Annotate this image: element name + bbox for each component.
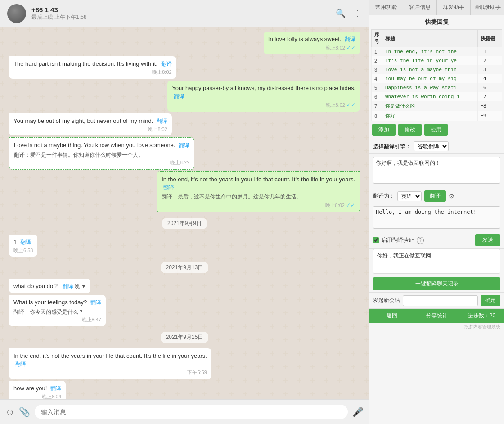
translate-link[interactable]: 翻译	[90, 299, 101, 306]
list-item[interactable]: 5Happiness is a way statiF6	[372, 83, 502, 92]
table-row: 1 翻译 晚上6:58	[9, 235, 360, 257]
tab-common-functions[interactable]: 常用功能	[369, 0, 403, 15]
translate-link[interactable]: 翻译	[63, 283, 73, 289]
right-tabs: 常用功能 客户信息 群发助手 通讯录助手	[369, 0, 504, 15]
translate-link[interactable]: 翻译	[179, 142, 189, 149]
translate-link[interactable]: 翻译	[15, 361, 26, 367]
translate-history-button[interactable]: 一键翻译聊天记录	[373, 277, 500, 290]
message-bubble: In the end, it's not the years in your l…	[9, 348, 212, 379]
table-row: In the end, it's not the years in your l…	[9, 171, 360, 212]
translate-to-row: 翻译为： 英语 中文 日语 翻译 ⚙	[369, 188, 504, 204]
table-row: Love is not a maybe thing. You know when…	[9, 137, 360, 169]
language-select[interactable]: 英语 中文 日语	[397, 191, 422, 201]
share-stats-button[interactable]: 分享统计	[414, 309, 459, 323]
message-input[interactable]	[35, 405, 348, 419]
message-bubble: Your happy passer-by all knows, my distr…	[167, 81, 360, 112]
list-item[interactable]: 2It's the life in your yeF2	[372, 56, 502, 65]
new-chat-input[interactable]	[403, 295, 478, 306]
right-panel: 常用功能 客户信息 群发助手 通讯录助手 快捷回复 序号 标题 快捷键 1In …	[369, 0, 504, 424]
header-info: +86 1 43 最后上线 上午下午1:58	[32, 6, 336, 21]
list-item[interactable]: 8你好F9	[372, 111, 502, 121]
quick-reply-table: 序号 标题 快捷键 1In the end, it's not theF12It…	[371, 29, 502, 121]
col-header-shortcut: 快捷键	[477, 30, 502, 47]
use-button[interactable]: 使用	[424, 124, 448, 136]
table-row: You may be out of my sight, but never ou…	[9, 113, 360, 136]
new-chat-label: 发起新会话	[373, 297, 400, 304]
message-bubble: What is your feelings today? 翻译 翻译：你今天的感…	[9, 295, 106, 326]
watermark: 织梦内容管理系统	[369, 323, 504, 332]
message-bubble: The hard part isn't making the decision.…	[9, 56, 176, 79]
chat-header: +86 1 43 最后上线 上午下午1:58 🔍 ⋮	[0, 0, 369, 27]
date-separator: 2021年9月15日	[9, 332, 360, 343]
header-icons: 🔍 ⋮	[336, 9, 362, 18]
translate-settings-icon[interactable]: ⚙	[449, 193, 454, 200]
translate-link[interactable]: 翻译	[20, 239, 31, 245]
translate-link[interactable]: 翻译	[161, 61, 172, 67]
attachment-icon[interactable]: 📎	[19, 406, 30, 417]
message-bubble: You may be out of my sight, but never ou…	[9, 113, 172, 136]
send-button[interactable]: 发送	[475, 234, 500, 246]
check-icon: ✓✓	[346, 202, 355, 209]
message-bubble: what do you do？ 翻译 晚 ▼	[9, 279, 90, 293]
list-item[interactable]: 1In the end, it's not theF1	[372, 47, 502, 56]
back-button[interactable]: 返回	[369, 309, 414, 323]
check-icon: ✓✓	[346, 101, 356, 109]
list-item[interactable]: 7你是做什么的F8	[372, 101, 502, 111]
quick-reply-section: 序号 标题 快捷键 1In the end, it's not theF12It…	[369, 29, 504, 121]
source-text-area: 你好啊，我是做互联网的！	[369, 154, 504, 188]
microphone-icon[interactable]: 🎤	[352, 406, 364, 417]
contact-name: +86 1 43	[32, 6, 336, 14]
tab-bulk-send[interactable]: 群发助手	[437, 0, 471, 15]
translate-engine-row: 选择翻译引擎： 谷歌翻译 百度翻译 有道翻译	[369, 139, 504, 154]
list-item[interactable]: 4You may be out of my sigF4	[372, 74, 502, 83]
list-item[interactable]: 6Whatever is worth doing iF7	[372, 92, 502, 101]
translate-to-label: 翻译为：	[373, 192, 395, 200]
search-icon[interactable]: 🔍	[336, 9, 346, 18]
avatar	[7, 4, 26, 23]
table-row: how are you! 翻译 晚上6:04	[9, 381, 360, 399]
tab-contacts[interactable]: 通讯录助手	[471, 0, 504, 15]
verify-label: 启用翻译验证	[382, 236, 414, 244]
date-separator: 2021年9月13日	[9, 262, 360, 273]
check-icon: ✓✓	[346, 44, 356, 52]
message-bubble: 1 翻译 晚上6:58	[9, 235, 37, 257]
contact-status: 最后上线 上午下午1:58	[32, 14, 336, 21]
table-row: In love folly is always sweet. 翻译 晚上8:02…	[9, 32, 360, 54]
translated-preview: 你好，我正在做互联网!	[373, 249, 500, 274]
input-area: ☺ 📎 🎤	[0, 399, 369, 424]
table-row: The hard part isn't making the decision.…	[9, 56, 360, 79]
translate-output[interactable]: Hello, I am doing the internet!	[373, 206, 500, 229]
confirm-button[interactable]: 确定	[481, 295, 500, 306]
new-chat-row: 发起新会话 确定	[369, 292, 504, 308]
add-button[interactable]: 添加	[372, 124, 396, 136]
translate-button[interactable]: 翻译	[424, 190, 446, 202]
edit-button[interactable]: 修改	[398, 124, 422, 136]
progress-button[interactable]: 进步数：20	[459, 309, 504, 323]
translation-text: 翻译：爱不是一件事情。你知道你什么时候爱一个人。	[14, 151, 189, 159]
message-bubble: Love is not a maybe thing. You know when…	[9, 137, 194, 169]
tab-customer-info[interactable]: 客户信息	[403, 0, 437, 15]
source-text-input[interactable]: 你好啊，我是做互联网的！	[373, 157, 500, 184]
translate-engine-label: 选择翻译引擎：	[373, 143, 411, 150]
translate-link[interactable]: 翻译	[157, 118, 167, 124]
quick-reply-actions: 添加 修改 使用	[369, 121, 504, 139]
translate-link[interactable]: 翻译	[345, 36, 356, 42]
verify-checkbox[interactable]	[373, 237, 379, 243]
help-icon[interactable]: ?	[417, 237, 424, 244]
bottom-actions: 返回 分享统计 进步数：20	[369, 308, 504, 323]
translate-link[interactable]: 翻译	[174, 93, 184, 99]
menu-icon[interactable]: ⋮	[354, 9, 362, 18]
messages-area: In love folly is always sweet. 翻译 晚上8:02…	[0, 27, 369, 399]
table-row: what do you do？ 翻译 晚 ▼	[9, 279, 360, 293]
translate-link[interactable]: 翻译	[50, 385, 61, 392]
quick-reply-title: 快捷回复	[369, 15, 504, 29]
emoji-icon[interactable]: ☺	[5, 407, 14, 417]
date-separator: 2021年9月9日	[9, 218, 360, 229]
translate-link[interactable]: 翻译	[163, 185, 174, 191]
output-area: Hello, I am doing the internet!	[369, 204, 504, 232]
list-item[interactable]: 3Love is not a maybe thinF3	[372, 65, 502, 74]
col-header-no: 序号	[372, 30, 382, 47]
translate-engine-select[interactable]: 谷歌翻译 百度翻译 有道翻译	[414, 141, 449, 151]
message-bubble: In the end, it's not the years in your l…	[157, 171, 360, 212]
translation-text: 翻译：最后，这不是你生命中的岁月。这是你几年的生活。	[162, 193, 355, 201]
